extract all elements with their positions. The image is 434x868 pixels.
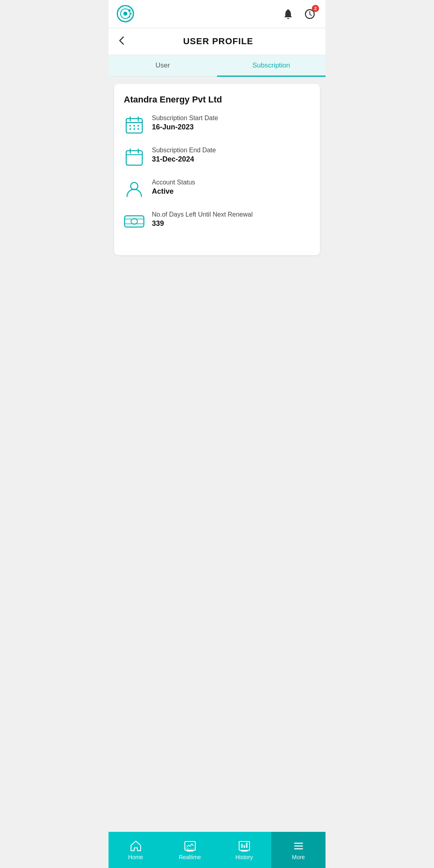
top-bar-icons: 2 <box>280 6 317 22</box>
svg-point-16 <box>133 128 135 130</box>
svg-point-13 <box>133 125 135 127</box>
subscription-start-text: Subscription Start Date 16-Jun-2023 <box>152 115 218 131</box>
company-name: Atandra Energy Pvt Ltd <box>124 94 310 105</box>
clock-badge: 2 <box>312 5 319 12</box>
content-area: Atandra Energy Pvt Ltd <box>108 77 326 398</box>
subscription-start-label: Subscription Start Date <box>152 115 218 122</box>
subscription-end-value: 31-Dec-2024 <box>152 155 216 164</box>
page-header: USER PROFILE <box>108 28 326 55</box>
svg-point-4 <box>130 13 132 14</box>
tab-user[interactable]: User <box>108 55 217 76</box>
app-logo <box>117 5 135 23</box>
tabs-container: User Subscription <box>108 55 326 77</box>
svg-rect-23 <box>125 216 144 227</box>
tab-subscription[interactable]: Subscription <box>217 55 326 76</box>
account-status-value: Active <box>152 187 195 196</box>
svg-point-24 <box>131 219 137 224</box>
account-status-text: Account Status Active <box>152 179 195 196</box>
page-title: USER PROFILE <box>133 36 303 47</box>
svg-point-17 <box>137 128 139 130</box>
calendar-end-icon <box>124 147 145 168</box>
top-bar: 2 <box>108 0 326 28</box>
back-button[interactable] <box>117 35 127 47</box>
days-renewal-label: No.of Days Left Until Next Renewal <box>152 211 253 218</box>
history-clock-button[interactable]: 2 <box>302 6 317 22</box>
subscription-start-value: 16-Jun-2023 <box>152 123 218 131</box>
days-renewal-row: No.of Days Left Until Next Renewal 339 <box>124 211 310 232</box>
calendar-start-icon <box>124 115 145 135</box>
svg-point-15 <box>129 128 131 130</box>
account-icon <box>124 179 145 200</box>
svg-point-12 <box>129 125 131 127</box>
subscription-end-row: Subscription End Date 31-Dec-2024 <box>124 147 310 168</box>
svg-point-22 <box>131 182 138 190</box>
notifications-button[interactable] <box>280 6 296 22</box>
svg-rect-18 <box>126 151 142 165</box>
account-status-label: Account Status <box>152 179 195 186</box>
svg-point-5 <box>129 16 130 18</box>
subscription-card: Atandra Energy Pvt Ltd <box>114 84 320 255</box>
subscription-end-text: Subscription End Date 31-Dec-2024 <box>152 147 216 164</box>
svg-point-2 <box>123 12 127 16</box>
account-status-row: Account Status Active <box>124 179 310 200</box>
svg-point-14 <box>137 125 139 127</box>
days-renewal-value: 339 <box>152 219 253 228</box>
renewal-icon <box>124 211 145 232</box>
days-renewal-text: No.of Days Left Until Next Renewal 339 <box>152 211 253 228</box>
subscription-end-label: Subscription End Date <box>152 147 216 154</box>
svg-point-3 <box>128 9 131 12</box>
subscription-start-row: Subscription Start Date 16-Jun-2023 <box>124 115 310 135</box>
